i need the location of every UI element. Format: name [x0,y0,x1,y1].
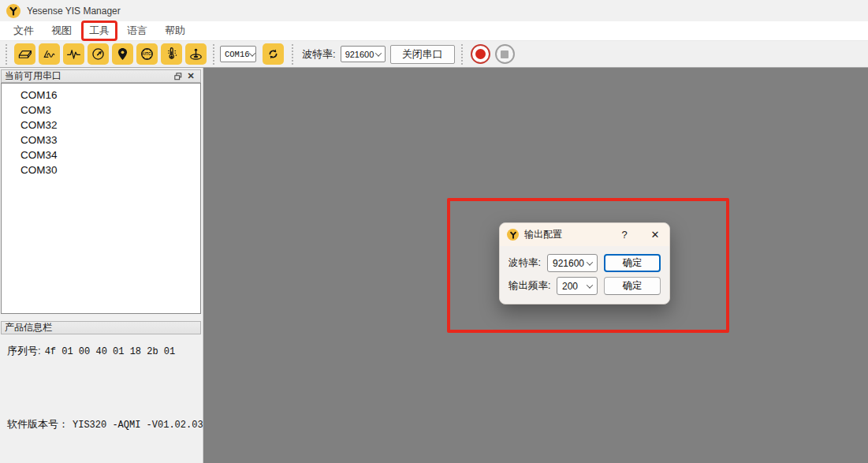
gauge-icon [91,47,106,62]
thermometer-icon [164,47,179,62]
baud-rate-value: 921600 [345,50,374,59]
port-select-value: COM16 [225,50,250,59]
port-select[interactable]: COM16 [220,46,256,62]
dialog-freq-label: 输出频率: [509,279,557,293]
record-button[interactable] [471,44,490,64]
window-title: Yesense YIS Manager [27,6,121,17]
attitude-curve-button[interactable] [39,43,60,65]
dialog-freq-select[interactable]: 200 [557,277,598,295]
utc-clock-icon: UTC [140,47,155,62]
baud-rate-label: 波特率: [302,47,336,62]
baud-rate-row: 波特率: 921600 确定 [509,252,661,274]
software-version-label: 软件版本号： [7,418,69,430]
port-list-item[interactable]: COM30 [2,162,200,177]
dialog-baud-value: 921600 [553,258,584,269]
toolbar-grip[interactable] [461,44,465,65]
chevron-down-icon [248,50,255,56]
cube-3d-button[interactable] [14,43,35,65]
stop-icon [501,50,509,58]
menu-file[interactable]: 文件 [6,21,41,40]
chevron-down-icon [587,259,593,265]
serial-number-label: 序列号: [7,345,41,357]
location-pin-button[interactable] [112,43,133,65]
port-list-item[interactable]: COM34 [2,147,200,162]
gauge-button[interactable] [88,43,109,65]
utc-clock-button[interactable]: UTC [136,43,158,65]
chevron-down-icon [587,282,593,288]
toolbar-grip[interactable] [6,44,9,65]
location-pin-icon [115,47,130,62]
dialog-close-button[interactable]: ✕ [648,229,662,241]
app-logo-icon [6,4,20,18]
float-panel-button[interactable] [172,71,184,82]
ports-panel-title: 当前可用串口 [5,69,61,83]
refresh-ports-button[interactable] [263,43,284,65]
output-freq-row: 输出频率: 200 确定 [509,274,661,297]
close-panel-button[interactable]: ✕ [184,71,197,82]
baud-confirm-button[interactable]: 确定 [604,254,661,272]
serial-number-row: 序列号:4f 01 00 40 01 18 2b 01 [7,344,175,358]
dialog-baud-select[interactable]: 921600 [547,254,598,272]
menu-view[interactable]: 视图 [44,21,79,40]
dialog-help-button[interactable]: ? [617,229,631,241]
waveform-button[interactable] [63,43,84,65]
cube-3d-icon [17,47,32,62]
attitude-curve-icon [42,47,57,62]
freq-confirm-button[interactable]: 确定 [604,277,661,295]
record-icon [475,49,486,59]
surface-pin-icon [188,47,203,62]
float-icon [174,73,182,80]
ports-panel-header: 当前可用串口 ✕ [1,69,201,83]
output-config-dialog: 输出配置 ? ✕ 波特率: 921600 确定 输出频率: 200 确定 [499,222,670,304]
dialog-titlebar[interactable]: 输出配置 ? ✕ [500,223,669,246]
menu-language[interactable]: 语言 [120,21,155,40]
ports-list: COM16 COM3 COM32 COM33 COM34 COM30 [1,83,201,314]
menubar: 文件 视图 工具 语言 帮助 [0,21,868,41]
toolbar-grip[interactable] [292,44,296,65]
dialog-logo-icon [507,229,519,241]
svg-text:UTC: UTC [143,52,151,56]
toolbar-grip[interactable] [213,44,217,65]
dialog-baud-label: 波特率: [509,256,547,270]
thermometer-button[interactable] [161,43,182,65]
info-panel-header: 产品信息栏 [1,321,201,334]
close-port-button[interactable]: 关闭串口 [390,45,455,64]
menu-help[interactable]: 帮助 [158,21,192,40]
dialog-freq-value: 200 [562,281,578,292]
waveform-icon [66,47,81,62]
baud-rate-select[interactable]: 921600 [341,46,386,62]
dialog-body: 波特率: 921600 确定 输出频率: 200 确定 [500,246,669,297]
titlebar: Yesense YIS Manager [0,0,868,21]
dialog-title: 输出配置 [524,228,612,241]
port-list-item[interactable]: COM32 [2,118,200,133]
menu-tools[interactable]: 工具 [81,21,117,41]
port-list-item[interactable]: COM3 [2,103,200,118]
chevron-down-icon [374,50,381,56]
software-version-value: YIS320 -AQMI -V01.02.03; [73,420,209,431]
stop-button[interactable] [495,44,515,64]
info-panel-title: 产品信息栏 [5,321,52,334]
port-list-item[interactable]: COM33 [2,133,200,147]
refresh-icon [266,47,280,61]
software-version-row: 软件版本号：YIS320 -AQMI -V01.02.03; [7,417,209,431]
port-list-item[interactable]: COM16 [2,88,200,103]
toolbar: UTC COM16 波特率: 9216 [0,41,868,68]
serial-number-value: 4f 01 00 40 01 18 2b 01 [45,346,176,357]
surface-pin-button[interactable] [185,43,207,65]
left-dock: 当前可用串口 ✕ COM16 COM3 COM32 COM33 COM34 CO… [0,68,203,463]
